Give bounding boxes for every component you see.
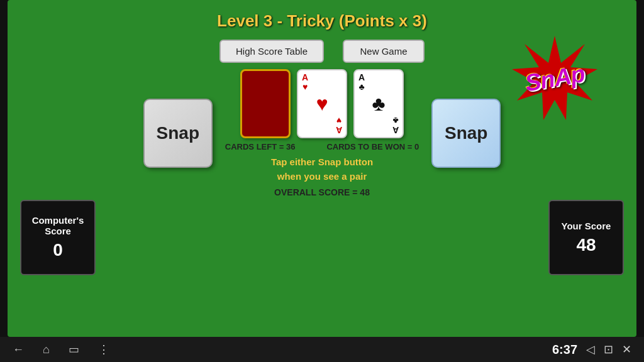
- share-icon[interactable]: ◁: [586, 343, 595, 356]
- snap-left-button[interactable]: Snap: [143, 99, 213, 168]
- side-scores: Computer's Score 0 Your Score 48: [8, 200, 636, 275]
- back-icon[interactable]: ←: [13, 343, 24, 356]
- menu-icon[interactable]: ⋮: [98, 343, 109, 356]
- cards-info: CARDS LEFT = 36 CARDS TO BE WON = 0: [225, 142, 419, 151]
- close-icon[interactable]: ✕: [622, 343, 631, 356]
- screen-icon[interactable]: ⊡: [604, 343, 613, 356]
- card-ace-clubs: A♣ ♣ A♣: [353, 69, 404, 138]
- card2-bottom-right: A♣: [392, 115, 399, 134]
- new-game-button[interactable]: New Game: [343, 40, 425, 63]
- tap-instruction: Tap either Snap button when you see a pa…: [271, 155, 373, 184]
- card2-center: ♣: [372, 92, 386, 116]
- computer-score-box: Computer's Score 0: [20, 200, 96, 275]
- clock: 6:37: [552, 343, 577, 357]
- computer-score-title: Computer's Score: [28, 215, 88, 236]
- tap-instruction-line2: when you see a pair: [271, 170, 373, 184]
- game-title: Level 3 - Tricky (Points x 3): [8, 0, 636, 31]
- card1-center: ♥: [316, 92, 328, 116]
- home-icon[interactable]: ⌂: [43, 343, 50, 356]
- cards-to-win-label: CARDS TO BE WON = 0: [326, 142, 419, 151]
- high-score-button[interactable]: High Score Table: [219, 40, 324, 63]
- recents-icon[interactable]: ▭: [69, 343, 79, 356]
- computer-score-value: 0: [53, 240, 63, 260]
- card-back: [240, 69, 291, 138]
- starburst-decoration: SnAp: [511, 35, 599, 123]
- tap-instruction-line1: Tap either Snap button: [271, 155, 373, 170]
- card1-bottom-right: A♥: [336, 115, 342, 134]
- nav-bar: ← ⌂ ▭ ⋮ 6:37 ◁ ⊡ ✕: [0, 337, 644, 362]
- card2-top-left: A♣: [358, 73, 365, 92]
- card-ace-hearts: A♥ ♥ A♥: [297, 69, 347, 138]
- your-score-box: Your Score 48: [548, 200, 624, 275]
- your-score-title: Your Score: [562, 221, 611, 231]
- overall-score-label: OVERALL SCORE = 48: [274, 187, 370, 197]
- card1-top-left: A♥: [302, 73, 308, 92]
- nav-right: 6:37 ◁ ⊡ ✕: [552, 343, 631, 357]
- game-area: Level 3 - Tricky (Points x 3) High Score…: [8, 0, 636, 337]
- cards-row: A♥ ♥ A♥ A♣ ♣ A♣: [240, 69, 404, 138]
- cards-left-label: CARDS LEFT = 36: [225, 142, 296, 151]
- your-score-value: 48: [576, 235, 596, 255]
- center-section: A♥ ♥ A♥ A♣ ♣ A♣ CARDS LEFT = 36 CARDS TO…: [225, 69, 419, 197]
- snap-logo: SnAp: [511, 35, 599, 123]
- nav-left: ← ⌂ ▭ ⋮: [13, 343, 109, 356]
- snap-right-button[interactable]: Snap: [431, 99, 501, 168]
